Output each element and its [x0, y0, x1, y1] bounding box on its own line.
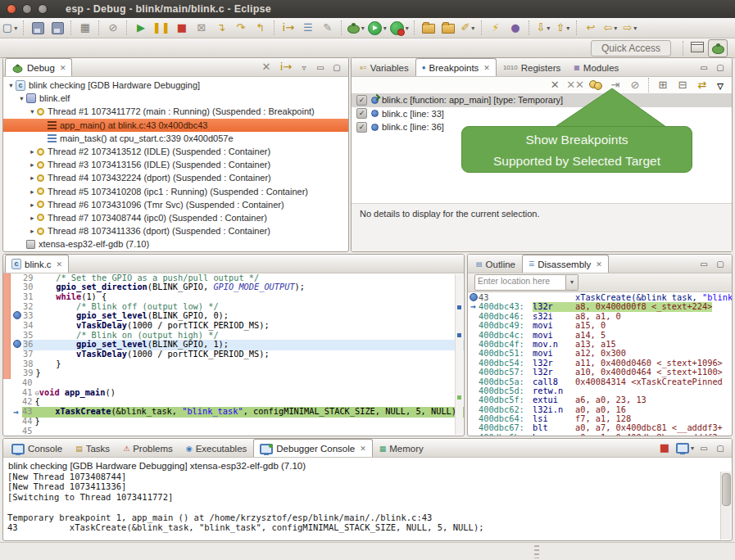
- close-icon[interactable]: ✕: [57, 260, 63, 269]
- new-wizard-icon[interactable]: ▢▾: [1, 20, 19, 36]
- tab-breakpoints[interactable]: ●Breakpoints✕: [415, 58, 497, 76]
- disassembly-row[interactable]: 400dbc57:l32ra10, 0x400d0464 <_stext+110…: [468, 368, 732, 377]
- build-icon[interactable]: ▦: [76, 20, 94, 36]
- breakpoint-checkbox[interactable]: ✓: [356, 95, 367, 106]
- debug-tree-row[interactable]: ▸Thread #6 1073431096 (Tmr Svc) (Suspend…: [3, 198, 348, 211]
- tab-debugger-console[interactable]: Debugger Console✕: [253, 439, 372, 457]
- external-tools-icon[interactable]: ●: [506, 20, 524, 36]
- close-window-button[interactable]: [7, 4, 16, 14]
- debug-tree-row[interactable]: ▸Thread #4 1073432224 (dport) (Suspended…: [3, 171, 348, 184]
- code-line[interactable]: →43 xTaskCreate(&blink_task, "blink_task…: [3, 408, 464, 418]
- console-scrollbar[interactable]: [720, 472, 731, 540]
- disassembly-row[interactable]: 400dbc6b:bnonea0, a1, 0x400dbc8b <__addd…: [468, 433, 732, 436]
- debug-tree-row[interactable]: ▾Thread #1 1073411772 (main : Running) (…: [3, 105, 348, 118]
- run-icon[interactable]: ▾: [367, 20, 388, 36]
- tab-debug[interactable]: Debug ✕: [5, 58, 72, 76]
- close-icon[interactable]: ✕: [483, 64, 490, 72]
- scrollbar-thumb[interactable]: [722, 473, 731, 506]
- code-line[interactable]: 44}: [3, 417, 464, 427]
- tab-outline[interactable]: ▤Outline: [470, 255, 522, 273]
- close-icon[interactable]: ✕: [60, 64, 66, 72]
- disassembly-row[interactable]: 400dbc5f:extuia6, a0, 23, 13: [468, 395, 732, 404]
- import-folder-icon[interactable]: [439, 20, 457, 36]
- debug-tree-row[interactable]: app_main() at blink.c:43 0x400dbc43: [3, 119, 348, 132]
- reverse-debug-icon[interactable]: ✎: [319, 20, 337, 36]
- minimize-view-icon[interactable]: ▭: [313, 60, 328, 75]
- save-icon[interactable]: [29, 20, 47, 36]
- debug-tree-row[interactable]: ▸Thread #3 1073413156 (IDLE) (Suspended …: [3, 158, 348, 171]
- debug-tree-row[interactable]: ▾blink.elf: [3, 92, 348, 105]
- maximize-view-icon[interactable]: ▢: [713, 256, 728, 271]
- minimize-view-icon[interactable]: ▭: [696, 440, 711, 455]
- close-icon[interactable]: ✕: [596, 260, 602, 269]
- minimize-view-icon[interactable]: ▭: [696, 60, 711, 75]
- code-line[interactable]: 38 }: [3, 359, 464, 369]
- location-input[interactable]: Enter location here: [474, 274, 566, 291]
- breakpoint-icon[interactable]: [13, 311, 21, 319]
- resume-icon[interactable]: ▶: [132, 20, 150, 36]
- terminate-icon[interactable]: ■: [656, 440, 674, 456]
- minimize-view-icon[interactable]: ▭: [696, 256, 711, 271]
- step-into-icon[interactable]: ↴: [212, 20, 230, 36]
- tab-memory[interactable]: ▦Memory: [373, 439, 430, 457]
- breakpoint-checkbox[interactable]: ✓: [356, 122, 367, 133]
- maximize-view-icon[interactable]: ▢: [713, 440, 728, 455]
- step-return-icon[interactable]: ↰: [252, 20, 270, 36]
- tab-blink-c[interactable]: c blink.c ✕: [5, 255, 69, 273]
- location-dropdown-icon[interactable]: ▾: [566, 274, 578, 291]
- profile-icon[interactable]: ▾: [389, 20, 410, 36]
- tab-tasks[interactable]: ▤Tasks: [69, 439, 116, 457]
- step-over-icon[interactable]: ↷: [232, 20, 250, 36]
- last-edit-location-icon[interactable]: ↩: [582, 20, 600, 36]
- quick-access-button[interactable]: Quick Access: [591, 40, 671, 56]
- suspend-icon[interactable]: ❚❚: [152, 20, 171, 36]
- disassembly-listing[interactable]: 43xTaskCreate(&blink_task, "blink_tas→40…: [468, 292, 732, 436]
- debug-tree-row[interactable]: ▾cblink checking [GDB Hardware Debugging…: [3, 79, 348, 92]
- instruction-stepping-icon[interactable]: i→: [279, 20, 297, 36]
- terminate-icon[interactable]: ■: [173, 20, 191, 36]
- debug-perspective-icon[interactable]: [708, 39, 728, 57]
- disassembly-row[interactable]: 400dbc49:movia15, 0: [468, 321, 732, 330]
- open-folder-icon[interactable]: [420, 20, 438, 36]
- breakpoint-icon[interactable]: [13, 340, 21, 348]
- launch-icon[interactable]: ✐▾: [459, 20, 477, 36]
- debug-tree-row[interactable]: ▸Thread #7 1073408744 (ipc0) (Suspended …: [3, 211, 348, 224]
- back-icon[interactable]: ⇦▾: [601, 20, 619, 36]
- display-console-icon[interactable]: ▾: [675, 440, 695, 456]
- maximize-view-icon[interactable]: ▢: [713, 60, 728, 75]
- skip-all-breakpoints-icon[interactable]: ⊘: [104, 20, 122, 36]
- disconnect-icon[interactable]: ⊠: [193, 20, 211, 36]
- debug-icon[interactable]: ▾: [347, 20, 365, 36]
- download-icon[interactable]: ⇩▾: [534, 20, 552, 36]
- minimize-window-button[interactable]: [22, 4, 32, 14]
- sash-handle[interactable]: [534, 545, 539, 558]
- view-menu-icon[interactable]: ▿: [713, 78, 728, 93]
- tab-problems[interactable]: ⚠Problems: [116, 439, 179, 457]
- debug-tree-row[interactable]: ▸Thread #5 1073410208 (ipc1 : Running) (…: [3, 185, 348, 198]
- upload-icon[interactable]: ⇧▾: [554, 20, 572, 36]
- flash-icon[interactable]: ⚡: [487, 20, 505, 36]
- remove-all-terminated-icon[interactable]: ✕: [257, 59, 275, 75]
- debug-tree-row[interactable]: main_task() at cpu_start.c:339 0x400d057…: [3, 132, 348, 145]
- code-line[interactable]: 45: [3, 427, 464, 436]
- tab-disassembly[interactable]: ☰Disassembly✕: [522, 255, 609, 273]
- maximize-view-icon[interactable]: ▢: [329, 60, 344, 75]
- console-output[interactable]: [New Thread 1073408744][New Thread 10734…: [3, 472, 732, 532]
- overview-ruler[interactable]: [455, 274, 463, 435]
- maximize-window-button[interactable]: [38, 4, 48, 14]
- tab-console[interactable]: Console: [5, 439, 69, 457]
- view-menu-icon[interactable]: ▿: [297, 60, 311, 75]
- open-perspective-icon[interactable]: [688, 39, 706, 56]
- debug-tree-row[interactable]: ▸Thread #8 1073411336 (dport) (Suspended…: [3, 224, 348, 237]
- debug-tree-row[interactable]: xtensa-esp32-elf-gdb (7.10): [3, 237, 348, 251]
- debug-tree-row[interactable]: ▸Thread #2 1073413512 (IDLE) (Suspended …: [3, 145, 348, 158]
- code-line[interactable]: 39}: [3, 369, 464, 379]
- code-line[interactable]: 41⊖void app_main(): [3, 388, 464, 398]
- tab-executables[interactable]: ◉Executables: [179, 439, 254, 457]
- tab-modules[interactable]: ▦Modules: [567, 58, 625, 76]
- save-all-icon[interactable]: [48, 20, 66, 36]
- forward-icon[interactable]: ⇨▾: [621, 20, 639, 36]
- breakpoint-checkbox[interactable]: ✓: [356, 108, 367, 119]
- tab-registers[interactable]: 1010Registers: [497, 58, 567, 76]
- code-line[interactable]: 37 vTaskDelay(1000 / portTICK_PERIOD_MS)…: [3, 350, 464, 360]
